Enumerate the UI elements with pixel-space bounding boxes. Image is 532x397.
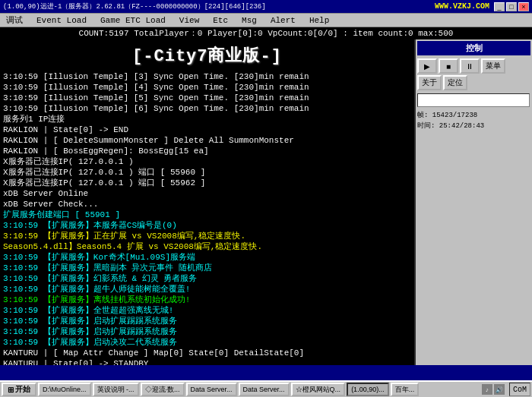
banner: [-City7商业版-] xyxy=(3,44,411,67)
taskbar-item[interactable]: ◇迎流·数... xyxy=(141,383,185,396)
log-line: xDB Server Check... xyxy=(3,199,411,210)
log-line: 3:10:59 【扩展服务】Kor奇术[Mu1.09S]服务端 xyxy=(3,252,411,263)
taskbar-item[interactable]: (1.00,90)... xyxy=(347,383,389,396)
log-line: 3:10:59 [Illusion Temple] [5] Sync Open … xyxy=(3,93,411,103)
log-container: 3:10:59 [Illusion Temple] [3] Sync Open … xyxy=(3,71,411,365)
log-line: X服务器已连接IP( 127.0.0.1 ) 端口 [ 55960 ] xyxy=(3,167,411,178)
log-line: 3:10:59 【扩展服务】本服务器CS编号是(0) xyxy=(3,220,411,231)
maximize-button[interactable]: □ xyxy=(506,2,517,11)
control-stats: 帧: 15423/17238 时间: 25:42/28:43 xyxy=(417,110,530,131)
taskbar-item[interactable]: D:\MuOnline... xyxy=(38,383,91,396)
log-line: xDB Server Online xyxy=(3,188,411,199)
taskbar: ⊞ 开始 D:\MuOnline...英设说明 -...◇迎流·数...Data… xyxy=(0,380,532,397)
control-buttons: ▶ ■ ⏸ 菜单 关于 定位 xyxy=(417,58,530,90)
log-line: 扩展服务创建端口 [ 55901 ] xyxy=(3,210,411,220)
taskbar-items: D:\MuOnline...英设说明 -...◇迎流·数...Data Serv… xyxy=(38,383,480,396)
log-line: 3:10:59 [Illusion Temple] [3] Sync Open … xyxy=(3,71,411,82)
log-line: RAKLION | [ BossEggRegen]: BossEgg[15 ea… xyxy=(3,146,411,156)
menu-help[interactable]: Help xyxy=(306,16,332,25)
control-input[interactable] xyxy=(417,93,530,107)
menu-alert[interactable]: Alert xyxy=(268,16,299,25)
taskbar-item[interactable]: Data Server... xyxy=(186,383,237,396)
log-line: 3:10:59 【扩展服务】正在扩展 vs VS2008编写,稳定速度快. xyxy=(3,231,411,241)
log-line: KANTURU | State[0] -> STANDBY xyxy=(3,358,411,365)
menu-msg[interactable]: Msg xyxy=(239,16,260,25)
taskbar-item[interactable]: 英设说明 -... xyxy=(93,383,139,396)
tray-icon-2: 🔊 xyxy=(494,384,505,395)
log-line: 3:10:59 【扩展服务】离线挂机系统初始化成功! xyxy=(3,295,411,305)
taskbar-item[interactable]: 百年... xyxy=(391,383,420,396)
menu-bar: 调试 Event Load Game ETC Load View Etc Msg… xyxy=(0,14,532,27)
log-line: RAKLION | State[0] -> END xyxy=(3,124,411,135)
log-line: 3:10:59 【扩展服务】黑暗副本 异次元事件 随机商店 xyxy=(3,263,411,273)
taskbar-item[interactable]: ☆橙风网站Q... xyxy=(291,383,346,396)
log-line: 3:10:59 【扩展服务】幻影系统 & 幻灵 勇者服务 xyxy=(3,273,411,284)
website-link[interactable]: WWW.VZKJ.COM xyxy=(435,2,489,11)
log-line: 3:10:59 【扩展服务】启动扩展踢踢系统服务 xyxy=(3,316,411,326)
log-line: 3:10:59 【扩展服务】超牛人师徒能树能全覆盖! xyxy=(3,284,411,295)
log-line: X服务器已连接IP( 127.0.0.1 ) 端口 [ 55962 ] xyxy=(3,178,411,188)
status-bar-top: COUNT:5197 TotalPlayer：0 Player[0]:0 VpC… xyxy=(0,27,532,39)
log-line: 3:10:59 [Illusion Temple] [6] Sync Open … xyxy=(3,103,411,114)
control-title: 控制 xyxy=(417,41,530,55)
status-text: COUNT:5197 TotalPlayer：0 Player[0]:0 VpC… xyxy=(79,29,454,38)
menu-gameetcload[interactable]: Game ETC Load xyxy=(97,16,169,25)
menu-etc[interactable]: Etc xyxy=(210,16,231,25)
log-line: 服务列1 IP连接 xyxy=(3,114,411,124)
log-line: KANTURU | [ Map Attr Change ] Map[0] Sta… xyxy=(3,348,411,358)
close-button[interactable]: × xyxy=(518,2,529,11)
main-area: [-City7商业版-] 3:10:59 [Illusion Temple] [… xyxy=(0,39,532,365)
ctrl-locate[interactable]: 定位 xyxy=(443,75,467,90)
taskbar-item[interactable]: Data Server... xyxy=(239,383,290,396)
taskbar-clock: CoM xyxy=(509,383,530,396)
start-button[interactable]: ⊞ 开始 xyxy=(2,383,36,396)
ctrl-play[interactable]: ▶ xyxy=(417,58,437,74)
menu-eventload[interactable]: Event Load xyxy=(33,16,90,25)
clock-text: CoM xyxy=(513,386,527,394)
title-controls: _ □ × xyxy=(494,2,529,11)
title-text: (1.00,90)远进-1（服务器）2.62.81（FZ----00000000… xyxy=(3,2,266,11)
start-icon: ⊞ xyxy=(8,386,14,394)
menu-view[interactable]: View xyxy=(176,16,202,25)
stats-frame: 帧: 15423/17238 xyxy=(417,110,530,121)
log-line: 3:10:59 【扩展服务】全世超超强离线无城! xyxy=(3,305,411,316)
log-line: X服务器已连接IP( 127.0.0.1 ) xyxy=(3,156,411,167)
log-line: Season5.4.dll】Season5.4 扩展 vs VS2008编写,稳… xyxy=(3,241,411,252)
ctrl-about[interactable]: 关于 xyxy=(417,75,442,90)
log-line: 3:10:59 【扩展服务】启动扩展踢踢系统服务 xyxy=(3,326,411,337)
stats-time: 时间: 25:42/28:43 xyxy=(417,121,530,131)
ctrl-stop[interactable]: ■ xyxy=(439,58,458,74)
taskbar-tray: ♪ 🔊 xyxy=(482,384,505,395)
start-label: 开始 xyxy=(15,384,30,395)
log-area: [-City7商业版-] 3:10:59 [Illusion Temple] [… xyxy=(0,39,414,365)
tray-icon-1: ♪ xyxy=(482,384,492,395)
log-line: 3:10:59 【扩展服务】启动决攻二代系统服务 xyxy=(3,337,411,348)
log-line: RAKLION | [ DeleteSummonMonster ] Delete… xyxy=(3,135,411,146)
ctrl-pause[interactable]: ⏸ xyxy=(460,58,480,74)
menu-debug[interactable]: 调试 xyxy=(3,14,26,26)
ctrl-menu[interactable]: 菜单 xyxy=(481,58,505,74)
minimize-button[interactable]: _ xyxy=(494,2,505,11)
title-bar: (1.00,90)远进-1（服务器）2.62.81（FZ----00000000… xyxy=(0,0,532,14)
log-line: 3:10:59 [Illusion Temple] [4] Sync Open … xyxy=(3,82,411,93)
control-panel: 控制 ▶ ■ ⏸ 菜单 关于 定位 帧: 15423/17238 时间: 25:… xyxy=(414,39,532,365)
